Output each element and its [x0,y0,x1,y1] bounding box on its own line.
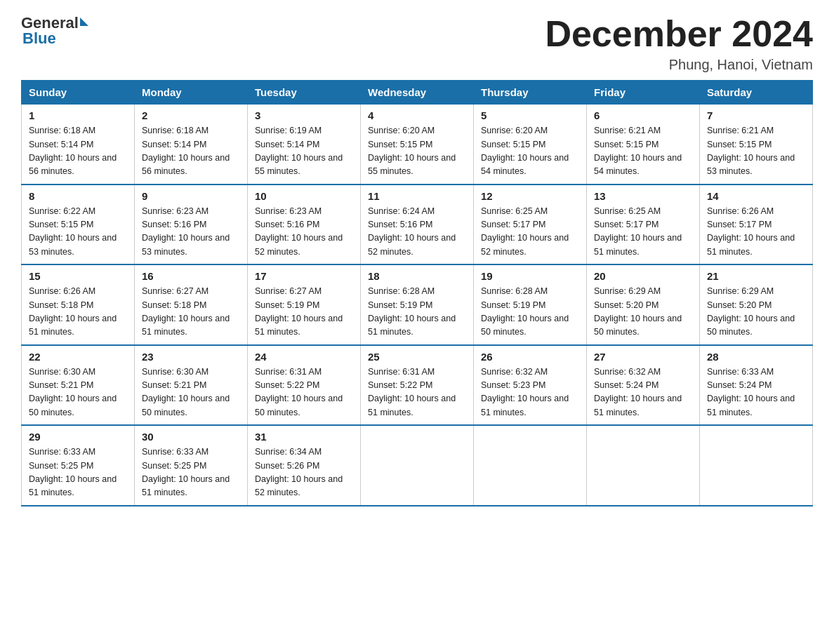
day-info: Sunrise: 6:20 AMSunset: 5:15 PMDaylight:… [481,124,579,179]
day-info: Sunrise: 6:23 AMSunset: 5:16 PMDaylight:… [255,205,353,260]
logo-arrow-icon [80,18,88,26]
day-number: 4 [368,109,466,121]
day-info: Sunrise: 6:32 AMSunset: 5:23 PMDaylight:… [481,365,579,420]
day-number: 20 [594,270,692,282]
day-number: 3 [255,109,353,121]
table-row: 21Sunrise: 6:29 AMSunset: 5:20 PMDayligh… [700,264,813,345]
day-info: Sunrise: 6:28 AMSunset: 5:19 PMDaylight:… [481,285,579,340]
day-number: 6 [594,109,692,121]
col-tuesday: Tuesday [248,81,361,105]
table-row: 18Sunrise: 6:28 AMSunset: 5:19 PMDayligh… [361,264,474,345]
day-number: 17 [255,270,353,282]
table-row: 3Sunrise: 6:19 AMSunset: 5:14 PMDaylight… [248,105,361,185]
day-info: Sunrise: 6:28 AMSunset: 5:19 PMDaylight:… [368,285,466,340]
table-row: 4Sunrise: 6:20 AMSunset: 5:15 PMDaylight… [361,105,474,185]
table-row: 28Sunrise: 6:33 AMSunset: 5:24 PMDayligh… [700,345,813,426]
table-row: 5Sunrise: 6:20 AMSunset: 5:15 PMDaylight… [474,105,587,185]
table-row: 9Sunrise: 6:23 AMSunset: 5:16 PMDaylight… [135,185,248,265]
calendar-header-row: Sunday Monday Tuesday Wednesday Thursday… [22,81,813,105]
table-row [474,425,587,506]
day-info: Sunrise: 6:25 AMSunset: 5:17 PMDaylight:… [481,205,579,260]
day-number: 9 [142,190,240,202]
day-number: 12 [481,190,579,202]
day-number: 8 [29,190,127,202]
col-wednesday: Wednesday [361,81,474,105]
day-info: Sunrise: 6:34 AMSunset: 5:26 PMDaylight:… [255,445,353,500]
col-sunday: Sunday [22,81,135,105]
day-info: Sunrise: 6:18 AMSunset: 5:14 PMDaylight:… [29,124,127,179]
table-row: 30Sunrise: 6:33 AMSunset: 5:25 PMDayligh… [135,425,248,506]
day-info: Sunrise: 6:21 AMSunset: 5:15 PMDaylight:… [707,124,805,179]
day-info: Sunrise: 6:29 AMSunset: 5:20 PMDaylight:… [594,285,692,340]
day-info: Sunrise: 6:24 AMSunset: 5:16 PMDaylight:… [368,205,466,260]
day-number: 15 [29,270,127,282]
day-number: 25 [368,351,466,363]
day-info: Sunrise: 6:29 AMSunset: 5:20 PMDaylight:… [707,285,805,340]
table-row: 25Sunrise: 6:31 AMSunset: 5:22 PMDayligh… [361,345,474,426]
day-number: 30 [142,431,240,443]
title-block: December 2024 Phung, Hanoi, Vietnam [545,14,813,73]
table-row: 16Sunrise: 6:27 AMSunset: 5:18 PMDayligh… [135,264,248,345]
day-number: 26 [481,351,579,363]
table-row: 8Sunrise: 6:22 AMSunset: 5:15 PMDaylight… [22,185,135,265]
calendar-week-row: 22Sunrise: 6:30 AMSunset: 5:21 PMDayligh… [22,345,813,426]
day-info: Sunrise: 6:21 AMSunset: 5:15 PMDaylight:… [594,124,692,179]
day-info: Sunrise: 6:22 AMSunset: 5:15 PMDaylight:… [29,205,127,260]
day-info: Sunrise: 6:33 AMSunset: 5:25 PMDaylight:… [29,445,127,500]
day-number: 13 [594,190,692,202]
day-number: 31 [255,431,353,443]
day-info: Sunrise: 6:33 AMSunset: 5:25 PMDaylight:… [142,445,240,500]
table-row: 7Sunrise: 6:21 AMSunset: 5:15 PMDaylight… [700,105,813,185]
day-info: Sunrise: 6:32 AMSunset: 5:24 PMDaylight:… [594,365,692,420]
table-row: 19Sunrise: 6:28 AMSunset: 5:19 PMDayligh… [474,264,587,345]
day-info: Sunrise: 6:33 AMSunset: 5:24 PMDaylight:… [707,365,805,420]
day-number: 27 [594,351,692,363]
day-info: Sunrise: 6:18 AMSunset: 5:14 PMDaylight:… [142,124,240,179]
day-info: Sunrise: 6:30 AMSunset: 5:21 PMDaylight:… [142,365,240,420]
day-number: 5 [481,109,579,121]
day-number: 19 [481,270,579,282]
day-number: 23 [142,351,240,363]
table-row: 17Sunrise: 6:27 AMSunset: 5:19 PMDayligh… [248,264,361,345]
table-row: 1Sunrise: 6:18 AMSunset: 5:14 PMDaylight… [22,105,135,185]
day-number: 18 [368,270,466,282]
table-row: 14Sunrise: 6:26 AMSunset: 5:17 PMDayligh… [700,185,813,265]
col-monday: Monday [135,81,248,105]
day-info: Sunrise: 6:31 AMSunset: 5:22 PMDaylight:… [255,365,353,420]
table-row: 29Sunrise: 6:33 AMSunset: 5:25 PMDayligh… [22,425,135,506]
day-number: 24 [255,351,353,363]
table-row: 22Sunrise: 6:30 AMSunset: 5:21 PMDayligh… [22,345,135,426]
table-row: 6Sunrise: 6:21 AMSunset: 5:15 PMDaylight… [587,105,700,185]
page-header: General Blue December 2024 Phung, Hanoi,… [21,14,813,73]
day-number: 28 [707,351,805,363]
day-info: Sunrise: 6:23 AMSunset: 5:16 PMDaylight:… [142,205,240,260]
day-info: Sunrise: 6:27 AMSunset: 5:18 PMDaylight:… [142,285,240,340]
table-row: 10Sunrise: 6:23 AMSunset: 5:16 PMDayligh… [248,185,361,265]
table-row: 27Sunrise: 6:32 AMSunset: 5:24 PMDayligh… [587,345,700,426]
calendar-week-row: 8Sunrise: 6:22 AMSunset: 5:15 PMDaylight… [22,185,813,265]
table-row: 13Sunrise: 6:25 AMSunset: 5:17 PMDayligh… [587,185,700,265]
table-row: 31Sunrise: 6:34 AMSunset: 5:26 PMDayligh… [248,425,361,506]
day-info: Sunrise: 6:26 AMSunset: 5:18 PMDaylight:… [29,285,127,340]
table-row [361,425,474,506]
location-text: Phung, Hanoi, Vietnam [545,57,813,73]
day-number: 29 [29,431,127,443]
day-number: 2 [142,109,240,121]
calendar-week-row: 1Sunrise: 6:18 AMSunset: 5:14 PMDaylight… [22,105,813,185]
table-row: 12Sunrise: 6:25 AMSunset: 5:17 PMDayligh… [474,185,587,265]
day-number: 7 [707,109,805,121]
day-number: 10 [255,190,353,202]
day-number: 14 [707,190,805,202]
col-saturday: Saturday [700,81,813,105]
day-info: Sunrise: 6:31 AMSunset: 5:22 PMDaylight:… [368,365,466,420]
day-info: Sunrise: 6:27 AMSunset: 5:19 PMDaylight:… [255,285,353,340]
table-row: 2Sunrise: 6:18 AMSunset: 5:14 PMDaylight… [135,105,248,185]
day-info: Sunrise: 6:19 AMSunset: 5:14 PMDaylight:… [255,124,353,179]
day-number: 16 [142,270,240,282]
logo: General Blue [21,14,88,48]
day-info: Sunrise: 6:20 AMSunset: 5:15 PMDaylight:… [368,124,466,179]
calendar-week-row: 29Sunrise: 6:33 AMSunset: 5:25 PMDayligh… [22,425,813,506]
calendar-week-row: 15Sunrise: 6:26 AMSunset: 5:18 PMDayligh… [22,264,813,345]
table-row: 15Sunrise: 6:26 AMSunset: 5:18 PMDayligh… [22,264,135,345]
day-info: Sunrise: 6:26 AMSunset: 5:17 PMDaylight:… [707,205,805,260]
